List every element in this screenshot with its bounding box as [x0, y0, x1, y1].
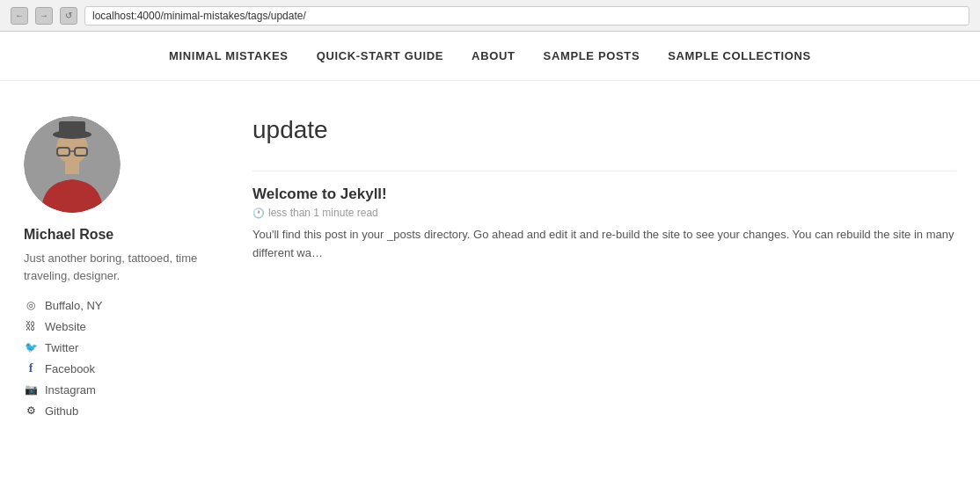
nav-quick-start-guide[interactable]: QUICK-START GUIDE [317, 49, 443, 62]
sidebar-links: ◎ Buffalo, NY ⛓ Website 🐦 Twitter f Face… [24, 298, 208, 418]
refresh-button[interactable]: ↺ [60, 7, 77, 25]
twitter-text: Twitter [45, 341, 78, 354]
url-text: localhost:4000/minimal-mistakes/tags/upd… [92, 10, 306, 22]
post-excerpt: You'll find this post in your _posts dir… [252, 226, 956, 263]
svg-rect-3 [59, 121, 85, 136]
main-content: update Welcome to Jekyll! 🕐 less than 1 … [235, 116, 956, 418]
nav-brand[interactable]: MINIMAL MISTAKES [169, 49, 289, 62]
back-button[interactable]: ← [11, 7, 28, 25]
sidebar-link-website[interactable]: ⛓ Website [24, 319, 208, 333]
github-text: Github [45, 404, 78, 418]
avatar-container [24, 116, 121, 213]
post-read-time: less than 1 minute read [268, 207, 378, 219]
location-icon: ◎ [24, 298, 38, 312]
post-title[interactable]: Welcome to Jekyll! [252, 186, 956, 203]
browser-chrome: ← → ↺ localhost:4000/minimal-mistakes/ta… [0, 0, 980, 32]
github-icon: ⚙ [24, 404, 38, 418]
twitter-icon: 🐦 [24, 340, 38, 354]
address-bar[interactable]: localhost:4000/minimal-mistakes/tags/upd… [84, 6, 969, 25]
sidebar-link-github[interactable]: ⚙ Github [24, 404, 208, 418]
nav-about[interactable]: ABOUT [472, 49, 515, 62]
divider [252, 171, 956, 171]
author-name: Michael Rose [24, 227, 208, 243]
instagram-text: Instagram [45, 383, 96, 397]
svg-rect-7 [65, 162, 79, 174]
sidebar-link-location: ◎ Buffalo, NY [24, 298, 208, 312]
website-icon: ⛓ [24, 319, 38, 333]
nav-sample-collections[interactable]: SAMPLE COLLECTIONS [668, 49, 811, 62]
sidebar: Michael Rose Just another boring, tattoo… [24, 116, 235, 418]
facebook-text: Facebook [45, 362, 95, 375]
location-text: Buffalo, NY [45, 299, 103, 312]
clock-icon: 🕐 [252, 208, 265, 219]
website-text: Website [45, 320, 86, 333]
sidebar-link-instagram[interactable]: 📷 Instagram [24, 382, 208, 397]
sidebar-link-facebook[interactable]: f Facebook [24, 361, 208, 375]
nav-sample-posts[interactable]: SAMPLE POSTS [544, 49, 640, 62]
author-bio: Just another boring, tattooed, time trav… [24, 250, 208, 284]
page-title: update [252, 116, 956, 144]
post-meta: 🕐 less than 1 minute read [252, 207, 956, 219]
main-nav: MINIMAL MISTAKES QUICK-START GUIDE ABOUT… [0, 32, 980, 81]
avatar [24, 116, 121, 213]
sidebar-link-twitter[interactable]: 🐦 Twitter [24, 340, 208, 354]
instagram-icon: 📷 [24, 382, 38, 397]
main-container: Michael Rose Just another boring, tattoo… [6, 81, 974, 453]
forward-button[interactable]: → [35, 7, 53, 25]
facebook-icon: f [24, 361, 38, 375]
post-entry: Welcome to Jekyll! 🕐 less than 1 minute … [252, 186, 956, 263]
